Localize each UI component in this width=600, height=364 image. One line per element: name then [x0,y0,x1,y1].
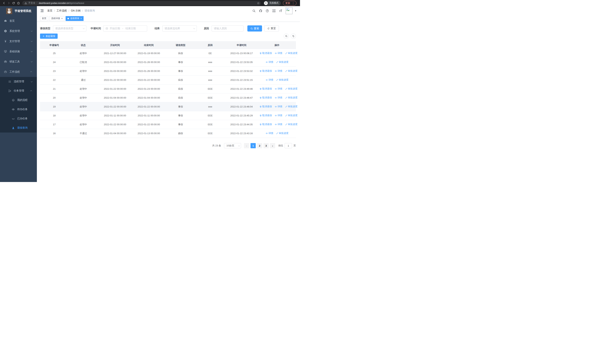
cell-actions: 取消请假详情审批进度 [258,120,296,129]
cell-reason: EEE [195,120,225,129]
action-detail[interactable]: 详情 [275,114,282,117]
sidebar-fold-icon[interactable] [40,9,44,13]
sidebar-item-done-tasks[interactable]: 已办任务 [0,114,37,123]
page-button-2[interactable]: 2 [257,143,262,148]
tab-process-detail[interactable]: 流程详情× [49,16,65,21]
action-cancel-leave[interactable]: 取消请假 [259,114,272,117]
cell-status: 处理中 [68,49,98,58]
action-cancel-leave[interactable]: 取消请假 [259,96,272,99]
detail-icon [275,105,277,108]
action-cancel-leave[interactable]: 取消请假 [259,87,272,90]
cell-id: 20 [40,93,68,102]
action-cancel-leave[interactable]: 取消请假 [259,69,272,73]
page-size-select[interactable]: 10条/页 [224,143,241,148]
leave-type-select[interactable]: 请选择请假类型 [53,25,86,31]
action-detail[interactable]: 详情 [265,78,273,82]
url-bar[interactable]: 不安全 dashboard.yudao.iocoder.cn/bpm/oa/le… [22,1,261,5]
action-label: 审批进度 [279,60,289,64]
search-button[interactable]: 搜索 [247,25,262,31]
refresh-table-button[interactable] [291,34,296,39]
action-detail[interactable]: 详情 [275,123,282,126]
sidebar-item-task-mgmt[interactable]: 任务管理 [0,86,37,95]
cell-end: 2022-01-11 00:00:00 [132,111,166,120]
apply-time-range-picker[interactable]: 开始日期 - 结束日期 [103,25,147,31]
search-icon[interactable] [252,9,256,13]
sidebar-item-process-mgmt[interactable]: 流程管理 [0,77,37,86]
action-approval-progress[interactable]: 审批进度 [285,52,298,55]
user-avatar[interactable] [286,7,293,14]
close-icon[interactable]: × [80,18,82,20]
font-size-icon[interactable] [279,9,282,13]
action-approval-progress[interactable]: 审批进度 [276,78,289,82]
avatar-caret-down-icon[interactable]: ▼ [295,10,297,12]
action-approval-progress[interactable]: 审批进度 [285,105,298,108]
action-label: 审批进度 [288,96,298,99]
sidebar-item-home[interactable]: 首页 [0,16,37,26]
action-approval-progress[interactable]: 审批进度 [276,60,289,64]
toggle-search-button[interactable] [284,34,289,39]
sidebar-item-infrastructure[interactable]: 基础设施 [0,46,37,56]
create-leave-button[interactable]: 发起请假 [40,34,58,39]
next-page-button[interactable]: › [270,143,275,148]
reason-input[interactable]: 请输入原因 [212,25,244,31]
cell-end: 2022-01-22 00:00:00 [132,76,166,84]
sidebar-item-todo-tasks[interactable]: 待办任务 [0,105,37,114]
tab-leave-query[interactable]: 请假查询× [66,16,84,21]
cell-start: 2022-01-22 00:00:00 [98,120,132,129]
approval-progress-icon [285,88,287,90]
sidebar-logo-row[interactable]: 芋道管理系统 [0,6,37,16]
action-cancel-leave[interactable]: 取消请假 [259,123,272,126]
approval-progress-icon [276,79,278,81]
action-approval-progress[interactable]: 审批进度 [285,96,298,99]
help-question-icon[interactable] [265,9,269,13]
page-button-1[interactable]: 1 [251,143,256,148]
action-label: 详情 [278,87,282,90]
action-cancel-leave[interactable]: 取消请假 [259,105,272,108]
bookmark-star-icon[interactable] [257,2,260,5]
browser-menu-dots-icon[interactable]: ⋮ [291,2,295,4]
action-approval-progress[interactable]: 审批进度 [276,131,289,135]
page-button-3[interactable]: 3 [263,143,269,148]
result-select[interactable]: 请选择流结果 [162,25,197,31]
action-approval-progress[interactable]: 审批进度 [285,123,298,126]
action-approval-progress[interactable]: 审批进度 [285,87,298,90]
browser-reload-icon[interactable] [11,1,16,6]
sidebar-item-workflow[interactable]: 工作流程 [0,67,37,77]
action-detail[interactable]: 详情 [265,131,273,135]
action-cancel-leave[interactable]: 取消请假 [259,52,272,55]
chevron-down-icon [31,40,33,42]
tab-label: 流程详情 [51,17,60,20]
sidebar-item-leave-query[interactable]: 请假查询 [0,123,37,132]
prev-page-button[interactable]: ‹ [244,143,249,148]
sidebar-item-dev-tools[interactable]: 研发工具 [0,56,37,67]
action-detail[interactable]: 详情 [265,60,273,64]
cell-applied: 2022-01-22 23:51:15 [225,76,258,84]
goto-page-input[interactable]: 1 [285,143,292,148]
cell-type: 病假 [166,84,195,93]
sidebar-item-my-process[interactable]: 我的流程 [0,95,37,105]
action-detail[interactable]: 详情 [275,69,282,73]
breadcrumb-item[interactable]: 首页 [47,9,52,12]
browser-update-button[interactable]: 更新 ⋮ [283,1,297,6]
breadcrumb-item[interactable]: 工作流程 [56,9,67,12]
sidebar-item-system[interactable]: 系统管理 [0,26,37,36]
action-detail[interactable]: 详情 [275,96,282,99]
fullscreen-icon[interactable] [272,9,276,13]
tab-home[interactable]: 首页 [40,16,48,21]
sidebar-item-payment[interactable]: 支付管理 [0,36,37,46]
action-approval-progress[interactable]: 审批进度 [285,69,298,73]
action-detail[interactable]: 详情 [275,52,282,55]
action-detail[interactable]: 详情 [275,105,282,108]
breadcrumb: 首页/工作流程/OA 示例/请假查询 [47,9,95,12]
browser-home-icon[interactable] [16,1,21,6]
browser-forward-icon[interactable] [6,1,11,6]
breadcrumb-item[interactable]: OA 示例 [71,9,80,12]
action-detail[interactable]: 详情 [275,87,282,90]
action-approval-progress[interactable]: 审批进度 [285,114,298,117]
reset-button[interactable]: 重置 [264,25,279,31]
close-icon[interactable]: × [61,18,63,20]
breadcrumb-separator: / [52,9,56,12]
github-icon[interactable] [259,9,262,13]
browser-back-icon[interactable] [1,1,6,6]
action-label: 取消请假 [262,87,272,90]
